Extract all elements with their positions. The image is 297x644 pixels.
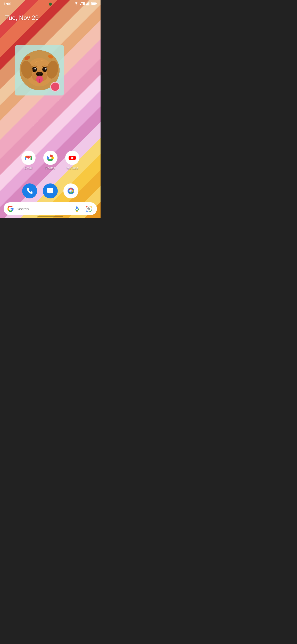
home-indicator (37, 216, 63, 217)
status-time: 1:00 (4, 2, 11, 6)
chrome-dock-app[interactable] (63, 183, 78, 198)
svg-point-25 (49, 157, 52, 159)
gmail-app[interactable]: Gmail (21, 151, 36, 170)
svg-rect-1 (87, 3, 88, 5)
youtube-icon (68, 153, 77, 163)
microphone-icon (74, 206, 80, 212)
date-display: Tue, Nov 29 (5, 14, 39, 21)
voice-search-button[interactable] (72, 204, 81, 213)
phone-icon (26, 187, 34, 195)
photos-icon-container (43, 151, 57, 165)
svg-rect-0 (86, 4, 87, 5)
photos-icon (46, 153, 55, 163)
battery-icon (91, 2, 97, 5)
google-logo (7, 205, 14, 212)
svg-point-14 (37, 74, 39, 75)
youtube-icon-container (65, 151, 79, 165)
gmail-icon (24, 154, 33, 162)
svg-rect-6 (96, 3, 97, 4)
chrome-icon (67, 187, 75, 195)
svg-point-33 (70, 190, 72, 192)
messages-dock-app[interactable] (43, 183, 58, 198)
dog-widget[interactable] (15, 45, 64, 95)
svg-point-21 (33, 68, 35, 70)
svg-point-39 (88, 208, 89, 209)
wifi-icon (74, 2, 78, 5)
lte-indicator: LTE (79, 2, 85, 5)
youtube-app[interactable]: YouTube (65, 151, 79, 170)
record-button[interactable] (50, 82, 60, 92)
phone-dock-app[interactable] (22, 183, 37, 198)
lens-icon (86, 206, 92, 212)
svg-rect-5 (92, 3, 96, 5)
search-bar[interactable] (4, 202, 97, 215)
lens-search-button[interactable] (84, 204, 93, 213)
svg-point-15 (40, 74, 42, 75)
gmail-label: Gmail (24, 166, 32, 170)
signal-icon (86, 2, 90, 5)
svg-rect-34 (76, 206, 78, 209)
photos-label: Photos (45, 166, 55, 170)
youtube-label: YouTube (66, 166, 78, 170)
app-row: Gmail Photos YouTube (0, 151, 101, 170)
camera-dot (49, 3, 52, 6)
messages-icon (46, 187, 54, 195)
gmail-icon-container (21, 151, 36, 165)
svg-point-22 (43, 68, 45, 70)
svg-rect-2 (88, 2, 89, 5)
search-input[interactable] (16, 207, 70, 211)
dock (0, 183, 101, 198)
photos-app[interactable]: Photos (43, 151, 57, 170)
svg-rect-3 (90, 2, 90, 5)
status-icons: LTE (74, 2, 97, 5)
